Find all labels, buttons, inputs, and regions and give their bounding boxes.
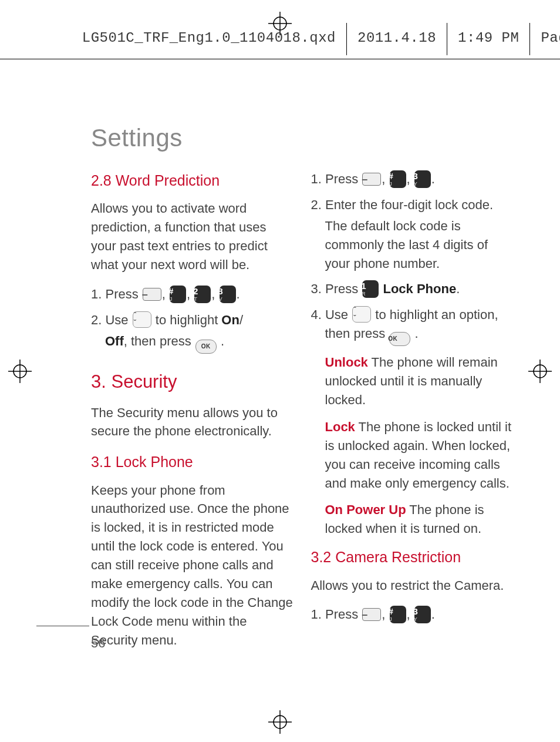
- step-2-8-2: 2. Use to highlight On/ Off, then press …: [91, 311, 294, 354]
- registration-mark-icon: [528, 360, 552, 383]
- left-column: 2.8 Word Prediction Allows you to activa…: [91, 170, 294, 660]
- softkey-icon: [362, 608, 381, 621]
- nav-key-icon: [352, 306, 371, 323]
- heading-3: 3. Security: [91, 369, 294, 395]
- print-header: LG501C_TRF_Eng1.0_1104018.qxd2011.4.181:…: [0, 0, 560, 59]
- ok-key-icon: OK: [389, 332, 410, 346]
- step-3-1-4: 4. Use to highlight an option, then pres…: [311, 305, 514, 346]
- heading-2-8: 2.8 Word Prediction: [91, 170, 294, 191]
- step-3-1-2: 2. Enter the four-digit lock code. The d…: [311, 196, 514, 273]
- step-3-1-3: 3. Press 1R Lock Phone.: [311, 280, 514, 298]
- softkey-icon: [143, 288, 161, 301]
- paragraph-3: The Security menu allows you to secure t…: [91, 404, 294, 441]
- page-title: Settings: [91, 124, 560, 152]
- header-filename: LG501C_TRF_Eng1.0_1104018.qxd: [82, 30, 336, 46]
- key-3-icon: 3Y: [414, 606, 431, 623]
- heading-3-2: 3.2 Camera Restriction: [311, 546, 514, 568]
- registration-mark-icon: [8, 360, 32, 383]
- heading-3-1: 3.1 Lock Phone: [91, 451, 294, 472]
- option-lock: Lock The phone is locked until it is unl…: [325, 418, 514, 493]
- right-column: 1. Press , #J, 3Y. 2. Enter the four-dig…: [311, 170, 514, 660]
- page-number: 56: [91, 636, 105, 651]
- key-hash-icon: #J: [390, 170, 406, 188]
- key-3-icon: 3Y: [414, 170, 431, 188]
- step-3-2-1: 1. Press , #J, 3Y.: [311, 605, 514, 624]
- header-date: 2011.4.18: [357, 30, 436, 46]
- step-2-8-1: 1. Press , #J, 2T, 8V.: [91, 285, 294, 304]
- header-page-label: Page: [541, 30, 560, 46]
- option-unlock: Unlock The phone will remain unlocked un…: [325, 353, 514, 409]
- paragraph-3-1: Keeps your phone from unauthorized use. …: [91, 481, 294, 650]
- key-8-icon: 8V: [220, 286, 236, 303]
- step-3-1-1: 1. Press , #J, 3Y.: [311, 170, 514, 189]
- option-on-power-up: On Power Up The phone is locked when it …: [325, 501, 514, 538]
- nav-key-icon: [133, 311, 151, 328]
- key-hash-icon: #J: [170, 286, 186, 303]
- registration-mark-icon: [268, 710, 292, 734]
- paragraph-3-2: Allows you to restrict the Camera.: [311, 576, 514, 595]
- crop-line: [36, 626, 89, 626]
- header-time: 1:49 PM: [458, 30, 519, 46]
- key-1-icon: 1R: [362, 280, 379, 298]
- key-2-icon: 2T: [194, 286, 211, 303]
- ok-key-icon: OK: [195, 340, 217, 354]
- softkey-icon: [362, 173, 381, 186]
- key-hash-icon: #J: [390, 606, 406, 623]
- paragraph-2-8: Allows you to activate word prediction, …: [91, 199, 294, 274]
